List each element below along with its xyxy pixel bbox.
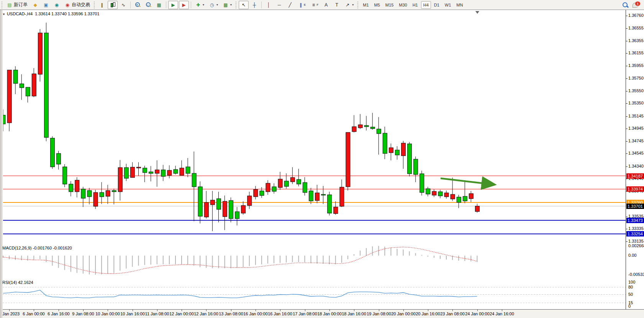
- search-icon[interactable]: [622, 2, 629, 8]
- trendline-button[interactable]: ╱: [285, 1, 295, 9]
- auto-trading-button[interactable]: ◉自动交易: [62, 0, 92, 9]
- zoom-out-button[interactable]: −: [143, 1, 153, 9]
- price-axis-label: 1.34545: [628, 151, 644, 155]
- text-label-icon: T: [334, 2, 340, 8]
- crosshair-button[interactable]: ┼: [249, 1, 259, 9]
- new-order-button[interactable]: ▤新订单: [5, 0, 29, 9]
- chart-title: ▼USDCAD-,H4 1.33614 1.33740 1.33596 1.33…: [2, 11, 100, 16]
- toolbar-separator: [191, 2, 191, 8]
- fibonacci-button[interactable]: ≡F: [308, 1, 320, 9]
- time-axis-label: 13 Jan 08:00: [219, 311, 243, 316]
- line-chart-button[interactable]: ∿: [118, 1, 128, 9]
- market-watch-button[interactable]: ◆: [30, 1, 40, 9]
- time-axis-label: 20 Jan 00:00: [391, 311, 416, 316]
- new-order-button-label: 新订单: [14, 2, 28, 8]
- chevron-down-icon[interactable]: ▾: [230, 3, 232, 7]
- cursor-button[interactable]: ↖: [239, 1, 249, 9]
- chevron-down-icon[interactable]: ▾: [352, 3, 354, 7]
- trend-arrow: [441, 178, 493, 184]
- rsi-axis-label: 0: [628, 304, 631, 308]
- time-axis-label: 11 Jan 08:00: [145, 311, 169, 316]
- notifications-icon[interactable]: 1: [633, 2, 640, 8]
- tile-windows-icon: ▦: [156, 2, 162, 8]
- chart-shift-button[interactable]: ▶: [179, 1, 189, 9]
- rsi-axis-label: 80: [628, 285, 633, 289]
- timeframe-button-h4[interactable]: H4: [421, 1, 431, 9]
- timeframe-button-m1[interactable]: M1: [361, 1, 371, 9]
- timeframe-button-d1[interactable]: D1: [432, 1, 442, 9]
- timeframe-button-m5[interactable]: M5: [372, 1, 382, 9]
- templates-button[interactable]: ▩▾: [221, 1, 234, 9]
- auto-scroll-button[interactable]: ▶: [168, 1, 178, 9]
- cursor-icon: ↖: [241, 2, 247, 8]
- chevron-down-icon[interactable]: ▾: [216, 3, 218, 7]
- price-axis-label: 1.35550: [628, 88, 644, 93]
- periods-button[interactable]: ◷▾: [207, 1, 220, 9]
- timeframe-button-w1[interactable]: W1: [442, 1, 454, 9]
- toolbar-separator: [166, 2, 166, 8]
- price-badge: 1.33974: [626, 186, 644, 192]
- zoom-in-icon: +: [134, 2, 141, 8]
- time-axis-label: 12 Jan 16:00: [194, 311, 218, 316]
- line-chart-icon: ∿: [120, 2, 126, 8]
- time-axis-label: 23 Jan 08:00: [440, 311, 465, 316]
- toolbar-separator: [261, 2, 262, 8]
- tile-windows-button[interactable]: ▦: [154, 1, 164, 9]
- text-button[interactable]: A: [321, 1, 331, 9]
- horizontal-line-button[interactable]: ─: [274, 1, 284, 9]
- time-axis-label: 17 Jan 08:00: [293, 311, 317, 316]
- chart-shift-icon: ▶: [181, 2, 187, 8]
- time-axis-label: 19 Jan 08:00: [367, 311, 391, 316]
- price-axis-label: 1.34945: [628, 126, 644, 130]
- price-chart-pane[interactable]: [0, 10, 626, 245]
- icon-sub-letter: F: [316, 3, 318, 7]
- arrows-button[interactable]: ↗▾: [342, 1, 356, 9]
- macd-pane[interactable]: [0, 245, 626, 279]
- time-axis-label: 6 Jan 00:00: [23, 311, 45, 316]
- price-badge: 1.33701: [626, 204, 644, 209]
- time-axis-label: 9 Jan 08:00: [72, 311, 94, 316]
- price-axis-label: 1.34745: [628, 139, 644, 143]
- rsi-pane[interactable]: [0, 279, 626, 310]
- time-axis-label: 20 Jan 16:00: [416, 311, 440, 316]
- rsi-axis-label: 100: [628, 280, 635, 284]
- rsi-line: [3, 290, 477, 298]
- timeframe-button-mn[interactable]: MN: [454, 1, 465, 9]
- terminal-icon: ▣: [43, 2, 49, 8]
- zoom-in-button[interactable]: +: [133, 1, 143, 9]
- chart-ohlc-values: 1.33614 1.33740 1.33596 1.33701: [35, 11, 99, 16]
- equidistant-channel-icon: ∥: [298, 2, 304, 8]
- chart-window: ▼USDCAD-,H4 1.33614 1.33740 1.33596 1.33…: [0, 10, 644, 318]
- macd-axis-label: 0.002668: [628, 243, 644, 248]
- timeframe-button-h1[interactable]: H1: [410, 1, 420, 9]
- timeframe-button-m15[interactable]: M15: [383, 1, 396, 9]
- price-axis-label: 1.36760: [628, 13, 644, 18]
- macd-label: MACD(12,26,9) -0.001760 -0.001620: [2, 246, 72, 250]
- toolbar: ▤新订单◆▣◉◉自动交易∥∿+−▦▶▶✚▾◷▾▩▾↖┼│─╱∥E≡FAT↗▾M1…: [0, 0, 644, 10]
- indicators-button[interactable]: ✚▾: [193, 1, 206, 9]
- vertical-line-button[interactable]: │: [264, 1, 274, 9]
- chevron-down-icon[interactable]: ▾: [203, 3, 204, 7]
- price-axis-label: 1.36555: [628, 26, 644, 30]
- time-axis-label: 10 Jan 00:00: [95, 311, 120, 316]
- text-label-button[interactable]: T: [332, 1, 342, 9]
- macd-axis-label: 0.00: [628, 253, 636, 258]
- vertical-line-icon: │: [265, 2, 272, 8]
- bar-chart-icon: ∥: [99, 2, 105, 8]
- timeframe-button-m30[interactable]: M30: [397, 1, 409, 9]
- equidistant-channel-button[interactable]: ∥E: [296, 1, 308, 9]
- indicators-icon: ✚: [195, 2, 201, 8]
- candlestick-chart-button[interactable]: [108, 1, 118, 9]
- time-axis-label: 10 Jan 16:00: [120, 311, 145, 316]
- price-axis-label: 1.34340: [628, 164, 644, 168]
- terminal-button[interactable]: ▣: [41, 1, 51, 9]
- macd-signal-line: [3, 247, 477, 274]
- price-axis-label: 1.35145: [628, 114, 644, 118]
- bar-chart-button[interactable]: ∥: [97, 1, 107, 9]
- window-resize-gutter[interactable]: [0, 10, 3, 318]
- price-axis-label: 1.33135: [628, 239, 644, 243]
- chart-title-collapse-icon[interactable]: ▼: [2, 13, 5, 16]
- signals-button[interactable]: ◉: [52, 1, 62, 9]
- toolbar-grip: [1, 2, 3, 8]
- time-axis-label: 6 Jan 16:00: [48, 311, 70, 316]
